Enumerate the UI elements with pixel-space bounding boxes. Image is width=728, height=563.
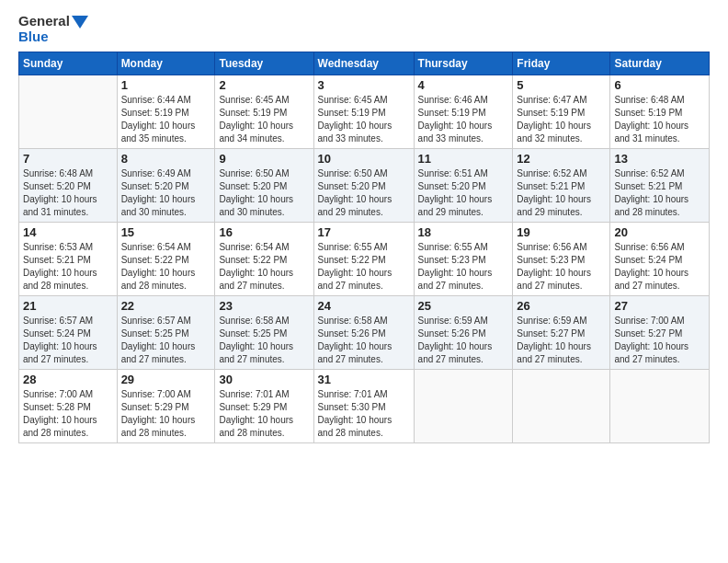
calendar-cell: 22Sunrise: 6:57 AM Sunset: 5:25 PM Dayli…	[117, 296, 215, 370]
day-info: Sunrise: 7:00 AM Sunset: 5:27 PM Dayligh…	[614, 315, 705, 366]
calendar-cell: 24Sunrise: 6:58 AM Sunset: 5:26 PM Dayli…	[313, 296, 414, 370]
day-info: Sunrise: 6:57 AM Sunset: 5:24 PM Dayligh…	[23, 315, 113, 366]
day-info: Sunrise: 6:49 AM Sunset: 5:20 PM Dayligh…	[121, 167, 211, 219]
day-number: 19	[517, 225, 606, 239]
day-number: 20	[614, 225, 705, 239]
header: General Blue	[18, 14, 710, 44]
calendar-cell: 20Sunrise: 6:56 AM Sunset: 5:24 PM Dayli…	[610, 223, 710, 296]
day-info: Sunrise: 7:00 AM Sunset: 5:28 PM Dayligh…	[23, 388, 113, 440]
day-info: Sunrise: 7:00 AM Sunset: 5:29 PM Dayligh…	[121, 388, 211, 440]
calendar-cell: 13Sunrise: 6:52 AM Sunset: 5:21 PM Dayli…	[610, 149, 710, 223]
calendar-cell: 28Sunrise: 7:00 AM Sunset: 5:28 PM Dayli…	[19, 370, 118, 443]
day-number: 17	[318, 225, 410, 239]
day-number: 6	[614, 78, 705, 92]
day-info: Sunrise: 6:59 AM Sunset: 5:27 PM Dayligh…	[517, 315, 606, 366]
day-number: 15	[121, 225, 211, 239]
day-info: Sunrise: 6:55 AM Sunset: 5:23 PM Dayligh…	[418, 241, 509, 293]
calendar-cell: 29Sunrise: 7:00 AM Sunset: 5:29 PM Dayli…	[117, 370, 215, 443]
calendar-cell: 27Sunrise: 7:00 AM Sunset: 5:27 PM Dayli…	[610, 296, 710, 370]
calendar-cell	[610, 370, 710, 443]
calendar-cell: 26Sunrise: 6:59 AM Sunset: 5:27 PM Dayli…	[513, 296, 610, 370]
day-info: Sunrise: 6:59 AM Sunset: 5:26 PM Dayligh…	[418, 315, 509, 366]
calendar-cell: 23Sunrise: 6:58 AM Sunset: 5:25 PM Dayli…	[215, 296, 313, 370]
day-info: Sunrise: 6:57 AM Sunset: 5:25 PM Dayligh…	[121, 315, 211, 366]
weekday-header-wednesday: Wednesday	[313, 52, 414, 75]
day-info: Sunrise: 6:58 AM Sunset: 5:26 PM Dayligh…	[318, 315, 410, 366]
day-number: 11	[418, 152, 509, 166]
calendar-cell: 1Sunrise: 6:44 AM Sunset: 5:19 PM Daylig…	[117, 75, 215, 149]
day-number: 1	[121, 78, 211, 92]
day-number: 14	[23, 225, 113, 239]
day-number: 9	[219, 152, 309, 166]
weekday-header-thursday: Thursday	[414, 52, 513, 75]
calendar-cell: 31Sunrise: 7:01 AM Sunset: 5:30 PM Dayli…	[313, 370, 414, 443]
day-number: 2	[219, 78, 309, 92]
day-info: Sunrise: 6:52 AM Sunset: 5:21 PM Dayligh…	[614, 167, 705, 219]
day-info: Sunrise: 7:01 AM Sunset: 5:29 PM Dayligh…	[219, 388, 309, 440]
calendar-row-2: 7Sunrise: 6:48 AM Sunset: 5:20 PM Daylig…	[19, 149, 710, 223]
calendar-cell: 12Sunrise: 6:52 AM Sunset: 5:21 PM Dayli…	[513, 149, 610, 223]
day-number: 31	[318, 373, 410, 386]
calendar-cell	[19, 75, 118, 149]
calendar-cell: 2Sunrise: 6:45 AM Sunset: 5:19 PM Daylig…	[215, 75, 313, 149]
day-number: 25	[418, 299, 509, 313]
calendar-cell: 16Sunrise: 6:54 AM Sunset: 5:22 PM Dayli…	[215, 223, 313, 296]
calendar-cell	[513, 370, 610, 443]
day-number: 30	[219, 373, 309, 386]
calendar-cell: 18Sunrise: 6:55 AM Sunset: 5:23 PM Dayli…	[414, 223, 513, 296]
day-info: Sunrise: 6:52 AM Sunset: 5:21 PM Dayligh…	[517, 167, 606, 219]
day-number: 7	[23, 152, 113, 166]
page: General Blue SundayMondayTuesdayWednesda…	[0, 0, 728, 563]
calendar-row-5: 28Sunrise: 7:00 AM Sunset: 5:28 PM Dayli…	[19, 370, 710, 443]
calendar-cell: 15Sunrise: 6:54 AM Sunset: 5:22 PM Dayli…	[117, 223, 215, 296]
day-info: Sunrise: 6:55 AM Sunset: 5:22 PM Dayligh…	[318, 241, 410, 293]
calendar-cell: 7Sunrise: 6:48 AM Sunset: 5:20 PM Daylig…	[19, 149, 118, 223]
day-info: Sunrise: 6:45 AM Sunset: 5:19 PM Dayligh…	[318, 94, 410, 145]
calendar-cell	[414, 370, 513, 443]
day-info: Sunrise: 6:47 AM Sunset: 5:19 PM Dayligh…	[517, 94, 606, 145]
day-info: Sunrise: 6:51 AM Sunset: 5:20 PM Dayligh…	[418, 167, 509, 219]
day-info: Sunrise: 6:44 AM Sunset: 5:19 PM Dayligh…	[121, 94, 211, 145]
day-info: Sunrise: 6:50 AM Sunset: 5:20 PM Dayligh…	[219, 167, 309, 219]
day-number: 3	[318, 78, 410, 92]
calendar-row-3: 14Sunrise: 6:53 AM Sunset: 5:21 PM Dayli…	[19, 223, 710, 296]
day-number: 12	[517, 152, 606, 166]
day-number: 27	[614, 299, 705, 313]
day-info: Sunrise: 6:48 AM Sunset: 5:19 PM Dayligh…	[614, 94, 705, 145]
calendar-cell: 3Sunrise: 6:45 AM Sunset: 5:19 PM Daylig…	[313, 75, 414, 149]
day-info: Sunrise: 6:54 AM Sunset: 5:22 PM Dayligh…	[219, 241, 309, 293]
calendar-cell: 5Sunrise: 6:47 AM Sunset: 5:19 PM Daylig…	[513, 75, 610, 149]
calendar-table: SundayMondayTuesdayWednesdayThursdayFrid…	[18, 52, 710, 443]
day-number: 10	[318, 152, 410, 166]
day-info: Sunrise: 6:53 AM Sunset: 5:21 PM Dayligh…	[23, 241, 113, 293]
calendar-cell: 30Sunrise: 7:01 AM Sunset: 5:29 PM Dayli…	[215, 370, 313, 443]
calendar-cell: 10Sunrise: 6:50 AM Sunset: 5:20 PM Dayli…	[313, 149, 414, 223]
calendar-cell: 6Sunrise: 6:48 AM Sunset: 5:19 PM Daylig…	[610, 75, 710, 149]
calendar-cell: 21Sunrise: 6:57 AM Sunset: 5:24 PM Dayli…	[19, 296, 118, 370]
day-info: Sunrise: 6:56 AM Sunset: 5:23 PM Dayligh…	[517, 241, 606, 293]
calendar-cell: 11Sunrise: 6:51 AM Sunset: 5:20 PM Dayli…	[414, 149, 513, 223]
day-number: 26	[517, 299, 606, 313]
weekday-header-friday: Friday	[513, 52, 610, 75]
day-info: Sunrise: 6:58 AM Sunset: 5:25 PM Dayligh…	[219, 315, 309, 366]
day-number: 18	[418, 225, 509, 239]
calendar-cell: 14Sunrise: 6:53 AM Sunset: 5:21 PM Dayli…	[19, 223, 118, 296]
day-number: 5	[517, 78, 606, 92]
calendar-cell: 4Sunrise: 6:46 AM Sunset: 5:19 PM Daylig…	[414, 75, 513, 149]
calendar-row-4: 21Sunrise: 6:57 AM Sunset: 5:24 PM Dayli…	[19, 296, 710, 370]
day-number: 4	[418, 78, 509, 92]
day-number: 16	[219, 225, 309, 239]
calendar-cell: 17Sunrise: 6:55 AM Sunset: 5:22 PM Dayli…	[313, 223, 414, 296]
weekday-header-sunday: Sunday	[19, 52, 118, 75]
weekday-header-row: SundayMondayTuesdayWednesdayThursdayFrid…	[19, 52, 710, 75]
day-number: 21	[23, 299, 113, 313]
weekday-header-monday: Monday	[117, 52, 215, 75]
day-info: Sunrise: 6:46 AM Sunset: 5:19 PM Dayligh…	[418, 94, 509, 145]
day-info: Sunrise: 6:50 AM Sunset: 5:20 PM Dayligh…	[318, 167, 410, 219]
day-info: Sunrise: 6:54 AM Sunset: 5:22 PM Dayligh…	[121, 241, 211, 293]
day-number: 24	[318, 299, 410, 313]
calendar-cell: 8Sunrise: 6:49 AM Sunset: 5:20 PM Daylig…	[117, 149, 215, 223]
weekday-header-saturday: Saturday	[610, 52, 710, 75]
day-number: 23	[219, 299, 309, 313]
day-info: Sunrise: 6:56 AM Sunset: 5:24 PM Dayligh…	[614, 241, 705, 293]
